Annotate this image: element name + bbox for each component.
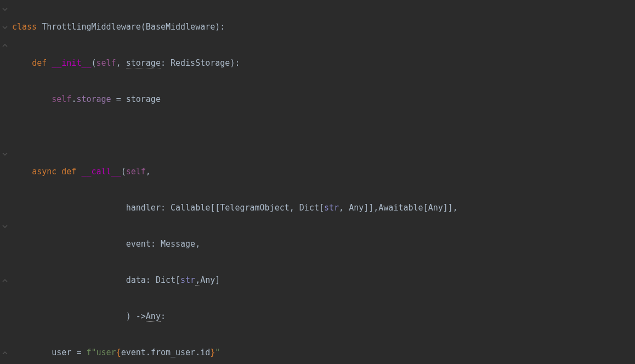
close-fold-icon[interactable] [1,349,9,357]
keyword-class: class [12,22,37,32]
code-line: event: Message, [12,235,635,253]
keyword-def: def [61,167,76,177]
type-hint: RedisStorage [171,58,230,68]
editor-gutter [0,0,11,364]
param: data [126,275,146,285]
method-name: __init__ [52,58,91,68]
code-line: self.storage = storage [12,90,635,109]
code-line: def __init__(self, storage: RedisStorage… [12,54,635,72]
param: event [126,239,151,249]
keyword-async: async [32,167,56,177]
class-name: ThrottlingMiddleware [42,22,141,32]
value: storage [126,94,161,104]
code-editor[interactable]: class ThrottlingMiddleware(BaseMiddlewar… [0,0,635,364]
close-fold-icon[interactable] [1,42,9,49]
code-line: handler: Callable[[TelegramObject, Dict[… [12,199,635,217]
self-ref: self [52,94,71,104]
type-hint: Message [161,239,195,249]
code-line: async def __call__(self, [12,163,635,181]
base-class: BaseMiddleware [146,22,215,32]
code-line: data: Dict[str,Any] [12,271,635,289]
param-self: self [126,167,146,177]
code-line: ) ->Any: [12,308,635,326]
param-self: self [97,58,116,68]
attribute: storage [76,94,111,104]
code-line: user = f"user{event.from_user.id}" [12,344,635,362]
fold-icon[interactable] [1,24,9,31]
close-fold-icon[interactable] [1,277,9,285]
fold-icon[interactable] [1,150,9,158]
code-line [12,127,635,145]
param-storage: storage [126,58,161,69]
code-line: class ThrottlingMiddleware(BaseMiddlewar… [12,18,635,36]
param: handler [126,203,161,213]
keyword-def: def [32,58,47,68]
variable: user [52,348,71,357]
method-name: __call__ [81,167,121,177]
fold-icon[interactable] [1,5,9,13]
fold-icon[interactable] [1,223,9,230]
